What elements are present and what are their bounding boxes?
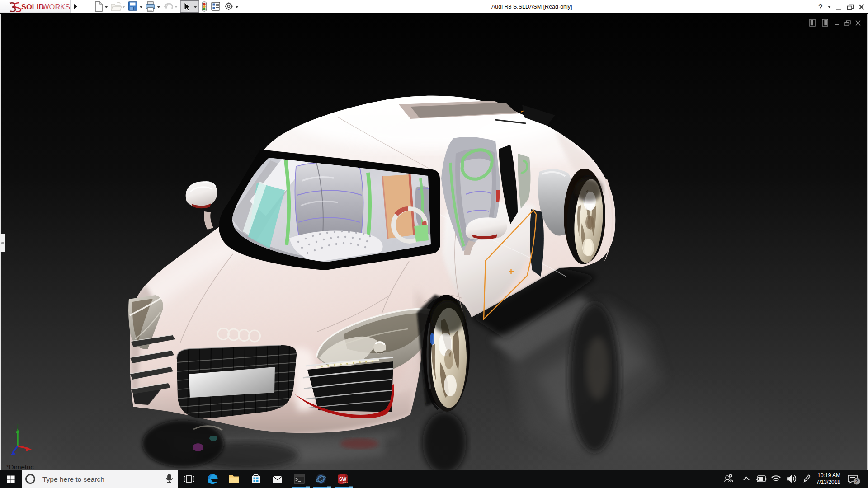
svg-text:WORKS: WORKS: [42, 3, 70, 11]
svg-text:2: 2: [855, 479, 858, 484]
svg-text:?: ?: [818, 3, 823, 11]
svg-text:SOLID: SOLID: [21, 3, 44, 11]
svg-text:2017: 2017: [342, 481, 348, 484]
